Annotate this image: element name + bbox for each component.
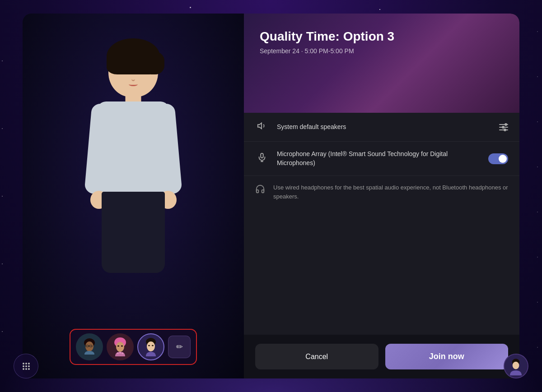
- left-panel: ✏: [23, 14, 244, 378]
- avatar-mouth: [129, 83, 138, 86]
- avatar-thumb-2[interactable]: [107, 333, 134, 360]
- audio-tip-text: Use wired headphones for the best spatia…: [273, 183, 508, 201]
- speaker-settings-icon[interactable]: [499, 124, 508, 130]
- svg-point-27: [25, 365, 27, 367]
- microphone-toggle-switch[interactable]: [488, 153, 508, 164]
- svg-marker-19: [258, 123, 262, 129]
- right-panel: Quality Time: Option 3 September 24 · 5:…: [244, 14, 519, 378]
- avatar-nose: [131, 77, 135, 81]
- avatar-edit-button[interactable]: ✏: [168, 336, 191, 358]
- avatar-selector: ✏: [70, 329, 197, 365]
- avatar-hair: [107, 38, 160, 74]
- svg-point-8: [116, 342, 124, 352]
- svg-point-12: [119, 352, 121, 354]
- svg-point-23: [23, 363, 24, 364]
- avatar-thumb-1[interactable]: [76, 333, 103, 360]
- main-container: ✏ Quality Time: Option 3 September 24 · …: [23, 14, 519, 378]
- microphone-setting-row: Microphone Array (Intel® Smart Sound Tec…: [244, 142, 519, 176]
- svg-point-25: [28, 363, 30, 364]
- event-info: Quality Time: Option 3 September 24 · 5:…: [244, 14, 519, 113]
- join-now-button[interactable]: Join now: [385, 344, 509, 369]
- svg-point-28: [28, 365, 30, 367]
- pencil-icon: ✏: [176, 342, 183, 352]
- speaker-icon: [255, 121, 269, 133]
- settings-area: System default speakers: [244, 113, 519, 378]
- event-title: Quality Time: Option 3: [260, 29, 504, 44]
- speaker-setting-row: System default speakers: [244, 113, 519, 142]
- avatar-body: [97, 101, 169, 201]
- user-avatar-button[interactable]: [504, 354, 528, 378]
- svg-point-18: [152, 345, 154, 346]
- event-date: September 24 · 5:00 PM-5:00 PM: [260, 47, 504, 55]
- avatar-display: [23, 14, 244, 378]
- audio-tip-row: Use wired headphones for the best spatia…: [244, 176, 519, 208]
- headphones-icon: [255, 184, 265, 196]
- microphone-toggle[interactable]: [488, 153, 508, 164]
- speaker-label: System default speakers: [277, 123, 491, 132]
- svg-point-16: [147, 341, 155, 351]
- cancel-button[interactable]: Cancel: [255, 344, 378, 369]
- svg-point-24: [25, 363, 27, 364]
- svg-rect-20: [261, 153, 263, 158]
- svg-point-31: [28, 368, 30, 370]
- action-row: Cancel Join now: [244, 335, 519, 378]
- microphone-label: Microphone Array (Intel® Smart Sound Tec…: [277, 150, 480, 167]
- svg-point-13: [121, 352, 123, 354]
- svg-point-10: [121, 346, 123, 347]
- avatar-thumb-3[interactable]: [137, 333, 164, 360]
- svg-point-29: [23, 368, 24, 370]
- avatar-figure: [70, 38, 196, 300]
- microphone-icon: [255, 152, 269, 165]
- svg-point-17: [148, 345, 150, 346]
- svg-point-26: [23, 365, 24, 367]
- avatar-pants: [102, 192, 165, 273]
- grid-button[interactable]: [14, 354, 38, 378]
- svg-point-11: [117, 352, 119, 354]
- svg-point-34: [513, 362, 519, 369]
- svg-point-30: [25, 368, 27, 370]
- svg-point-9: [117, 346, 119, 347]
